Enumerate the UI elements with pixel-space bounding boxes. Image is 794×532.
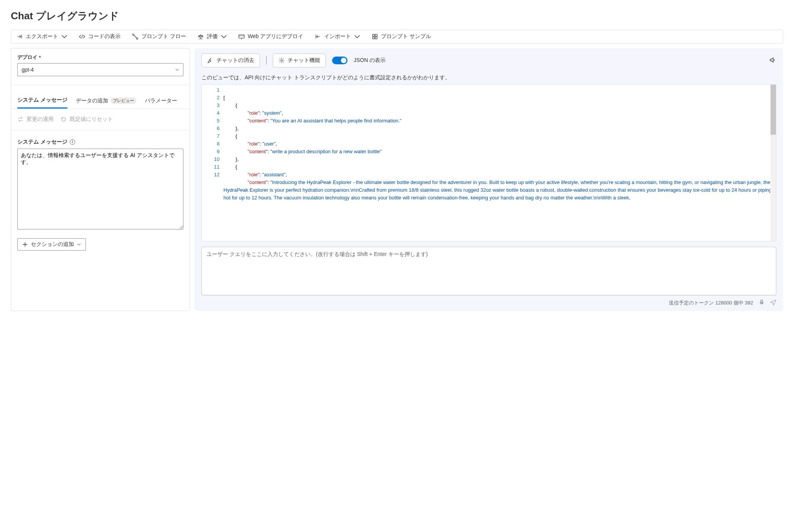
line-gutter: 123456789101112 [202, 85, 223, 241]
chevron-down-icon [354, 33, 360, 40]
svg-point-1 [136, 38, 138, 39]
export-button[interactable]: エクスポート [17, 33, 67, 40]
import-button[interactable]: インポート [315, 33, 360, 40]
svg-rect-5 [373, 37, 374, 39]
deploy-web-label: Web アプリにデプロイ [248, 33, 303, 40]
clear-chat-button[interactable]: チャットの消去 [201, 54, 260, 67]
gear-icon [279, 57, 285, 64]
mic-button[interactable] [759, 299, 765, 306]
import-label: インポート [324, 33, 351, 40]
reset-default-button: 既定値にリセット [60, 116, 113, 123]
divider [266, 56, 267, 65]
scroll-thumb[interactable] [770, 85, 776, 135]
divider [11, 130, 190, 130]
left-pane: デプロイ* gpt-4 システム メッセージ データの追加 プレビュー パラメー… [11, 48, 190, 311]
export-icon [17, 33, 23, 40]
svg-rect-6 [375, 37, 377, 39]
svg-point-0 [133, 34, 134, 35]
import-icon [315, 33, 321, 40]
prompt-flow-label: プロンプト フロー [141, 33, 186, 40]
chevron-down-icon [175, 68, 179, 72]
top-toolbar: エクスポート コードの表示 プロンプト フロー 評価 Web アプリにデプロイ … [11, 30, 783, 43]
evaluate-button[interactable]: 評価 [198, 33, 227, 40]
svg-rect-8 [761, 300, 762, 303]
deploy-value: gpt-4 [22, 67, 34, 73]
json-view-toggle[interactable] [332, 57, 347, 64]
json-view-label: JSON の表示 [354, 57, 386, 64]
mic-icon [759, 299, 765, 305]
user-query-input[interactable]: ユーザー クエリをここに入力してください。(改行する場合は Shift + En… [201, 247, 776, 295]
chevron-down-icon [77, 243, 81, 246]
divider [11, 85, 190, 85]
swap-icon [17, 116, 24, 122]
deploy-web-button[interactable]: Web アプリにデプロイ [238, 33, 303, 40]
export-label: エクスポート [26, 33, 58, 40]
evaluate-label: 評価 [207, 33, 218, 40]
send-icon [770, 299, 776, 305]
svg-rect-4 [375, 34, 377, 36]
scrollbar[interactable] [770, 85, 776, 241]
token-count: 送信予定のトークン 128000 個中 392 [669, 299, 753, 306]
speaker-icon [769, 57, 776, 64]
tab-parameters[interactable]: パラメーター [145, 94, 177, 109]
grid-icon [372, 33, 378, 40]
right-pane: チャットの消去 チャット機能 JSON の表示 このビューでは、API 向けにチ… [195, 48, 783, 311]
undo-icon [60, 116, 67, 122]
apply-changes-button: 変更の適用 [17, 116, 54, 123]
svg-rect-3 [373, 34, 374, 36]
json-view-description: このビューでは、API 向けにチャット トランスクリプトがどのように書式設定され… [201, 74, 776, 81]
send-button[interactable] [770, 299, 776, 306]
chat-features-button[interactable]: チャット機能 [273, 54, 326, 67]
tab-add-data[interactable]: データの追加 プレビュー [76, 94, 136, 109]
preview-badge: プレビュー [111, 97, 136, 104]
tab-system-message[interactable]: システム メッセージ [17, 94, 67, 109]
code-icon [79, 33, 85, 40]
deploy-label: デプロイ* [17, 54, 183, 61]
plus-icon [22, 242, 28, 247]
info-icon[interactable]: i [70, 139, 75, 145]
deploy-icon [238, 33, 245, 40]
page-title: Chat プレイグラウンド [11, 9, 783, 23]
prompt-flow-button[interactable]: プロンプト フロー [132, 33, 186, 40]
chevron-down-icon [221, 33, 227, 40]
prompt-samples-label: プロンプト サンプル [381, 33, 431, 40]
system-message-input[interactable] [17, 149, 183, 229]
prompt-samples-button[interactable]: プロンプト サンプル [372, 33, 431, 40]
svg-point-7 [281, 60, 282, 61]
chevron-down-icon [61, 33, 67, 40]
show-code-label: コードの表示 [88, 33, 121, 40]
left-tabs: システム メッセージ データの追加 プレビュー パラメーター [11, 94, 190, 109]
json-editor: 123456789101112 [ { "role": "system", "c… [201, 84, 776, 241]
flow-icon [132, 33, 138, 40]
deploy-select[interactable]: gpt-4 [17, 63, 183, 76]
scale-icon [198, 33, 204, 40]
code-content[interactable]: [ { "role": "system", "content": "You ar… [223, 85, 776, 241]
system-message-label: システム メッセージ i [17, 139, 183, 146]
speaker-button[interactable] [769, 57, 776, 65]
add-section-button[interactable]: セクションの追加 [17, 238, 86, 251]
svg-rect-2 [239, 35, 244, 38]
show-code-button[interactable]: コードの表示 [79, 33, 121, 40]
broom-icon [207, 57, 213, 64]
